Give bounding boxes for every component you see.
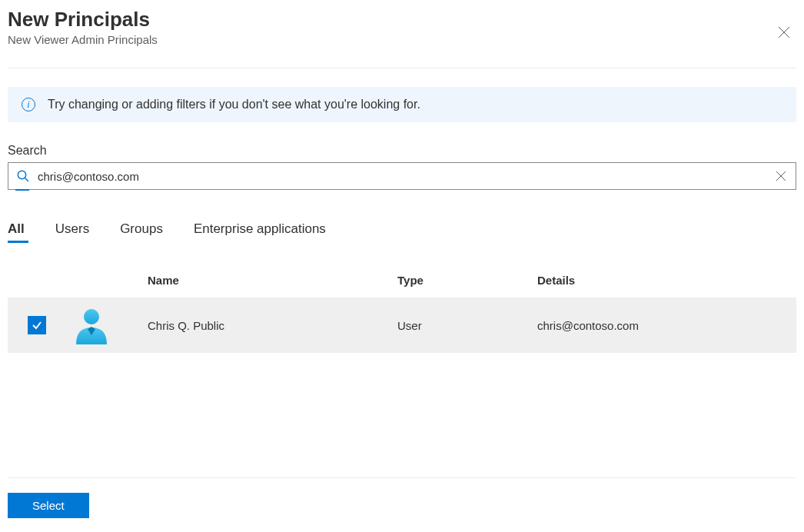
clear-search-button[interactable] — [772, 168, 789, 185]
search-label: Search — [8, 144, 796, 158]
tab-all[interactable]: All — [8, 221, 25, 243]
tab-groups[interactable]: Groups — [120, 221, 163, 243]
search-field[interactable] — [8, 162, 796, 190]
info-icon: i — [22, 98, 35, 111]
row-name: Chris Q. Public — [148, 319, 397, 332]
table-row[interactable]: Chris Q. Public User chris@contoso.com — [8, 298, 796, 353]
svg-point-0 — [18, 171, 25, 178]
user-avatar-icon — [72, 306, 111, 344]
row-checkbox[interactable] — [28, 316, 46, 334]
header-divider — [8, 68, 796, 68]
page-subtitle: New Viewer Admin Principals — [8, 33, 158, 46]
search-focus-underline — [15, 189, 29, 191]
column-header-details[interactable]: Details — [537, 274, 796, 287]
search-input[interactable] — [38, 170, 765, 183]
row-details: chris@contoso.com — [537, 319, 796, 332]
close-button[interactable] — [772, 20, 796, 45]
info-banner: i Try changing or adding filters if you … — [8, 87, 796, 122]
table-header: Name Type Details — [8, 274, 796, 298]
svg-line-1 — [25, 178, 29, 182]
column-header-name[interactable]: Name — [148, 274, 397, 287]
column-header-type[interactable]: Type — [397, 274, 537, 287]
tabs: All Users Groups Enterprise applications — [8, 221, 796, 243]
footer-divider — [8, 477, 796, 478]
results-table: Name Type Details — [8, 274, 796, 353]
tab-users[interactable]: Users — [55, 221, 89, 243]
search-icon — [16, 169, 30, 183]
row-type: User — [397, 319, 537, 332]
tab-enterprise-applications[interactable]: Enterprise applications — [194, 221, 326, 243]
page-title: New Principals — [8, 8, 158, 32]
info-banner-text: Try changing or adding filters if you do… — [48, 98, 420, 111]
svg-point-2 — [84, 309, 99, 324]
select-button[interactable]: Select — [8, 493, 89, 518]
